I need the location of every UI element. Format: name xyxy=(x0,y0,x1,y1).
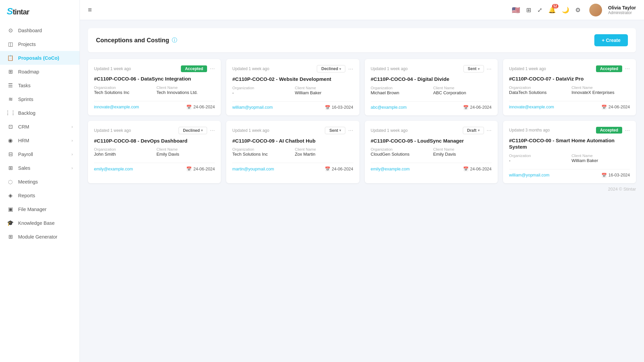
theme-icon[interactable]: 🌙 xyxy=(562,6,569,14)
nav-icon-projects: ◫ xyxy=(7,41,14,47)
language-flag[interactable]: 🇺🇸 xyxy=(512,6,520,14)
client-field: Client Name William Baker xyxy=(295,86,353,95)
card-more-menu[interactable]: ··· xyxy=(487,65,492,72)
card-email[interactable]: innovate@example.com xyxy=(94,105,139,109)
card-email[interactable]: william@yopmail.com xyxy=(509,173,549,177)
settings-icon[interactable]: ⚙ xyxy=(575,6,581,14)
sidebar-item-meetings[interactable]: ◌ Meetings xyxy=(0,175,80,189)
sidebar-item-projects[interactable]: ◫ Projects xyxy=(0,37,80,51)
sidebar-item-reports[interactable]: ◈ Reports xyxy=(0,189,80,202)
card-more-menu[interactable]: ··· xyxy=(210,127,215,134)
calendar-icon: 📅 xyxy=(186,105,192,110)
nav-label-crm: CRM xyxy=(18,124,29,130)
notification-icon[interactable]: 🔔 52 xyxy=(548,6,556,14)
sidebar-item-proposals[interactable]: 📋 Proposals (CoCo) xyxy=(0,51,80,65)
sidebar-item-dashboard[interactable]: ⊙ Dashboard xyxy=(0,23,80,37)
badge-dropdown[interactable]: ▾ xyxy=(339,128,341,132)
sidebar-item-crm[interactable]: ⊡ CRM › xyxy=(0,120,80,134)
card-date-row: 📅 16-03-2024 xyxy=(325,105,353,110)
nav-label-backlog: Backlog xyxy=(18,110,36,116)
card-date: 24-06-2024 xyxy=(332,167,353,171)
card-email[interactable]: martin@youpmail.com xyxy=(232,167,274,171)
sidebar-item-sprints[interactable]: ≋ Sprints xyxy=(0,92,80,106)
card-email[interactable]: abc@example.com xyxy=(371,105,407,110)
calendar-icon: 📅 xyxy=(186,166,192,171)
header-actions: 🇺🇸 ⊞ ⤢ 🔔 52 🌙 ⚙ Olivia Taylor Administra… xyxy=(512,4,636,16)
calendar-icon: 📅 xyxy=(463,166,468,171)
nav-label-meetings: Meetings xyxy=(18,179,38,185)
nav-label-hrm: HRM xyxy=(18,138,29,143)
card-email[interactable]: emily@example.com xyxy=(371,167,410,171)
nav-icon-roadmap: ⊞ xyxy=(7,68,14,75)
fullscreen-icon[interactable]: ⤢ xyxy=(537,6,542,14)
client-field: Client Name Tech Innovations Ltd. xyxy=(156,86,215,95)
apps-icon[interactable]: ⊞ xyxy=(526,6,531,14)
status-badge[interactable]: Declined▾ xyxy=(317,65,345,72)
proposal-card-card-6[interactable]: Updated 1 week ago Sent▾ ··· #C110P-COCO… xyxy=(226,121,359,183)
proposal-card-card-4[interactable]: Updated 1 week ago Accepted ··· #C110P-C… xyxy=(503,59,636,115)
card-email[interactable]: william@yopmail.com xyxy=(232,105,273,110)
card-fields: Organization - Client Name William Baker xyxy=(509,154,630,163)
badge-dropdown[interactable]: ▾ xyxy=(478,67,480,71)
status-badge[interactable]: Sent▾ xyxy=(463,65,484,72)
proposal-card-card-2[interactable]: Updated 1 week ago Declined▾ ··· #C110P-… xyxy=(226,59,359,115)
sidebar-item-backlog[interactable]: ⋮⋮ Backlog xyxy=(0,106,80,120)
sidebar-item-hrm[interactable]: ◉ HRM › xyxy=(0,134,80,147)
status-badge[interactable]: Accepted xyxy=(596,65,622,72)
card-footer: william@yopmail.com 📅 16-03-2024 xyxy=(509,169,630,178)
sidebar-item-module-generator[interactable]: ⊞ Module Generator xyxy=(0,230,80,244)
client-value: Emily Davis xyxy=(156,152,215,157)
proposal-card-card-5[interactable]: Updated 1 week ago Declined▾ ··· #C110P-… xyxy=(88,121,221,183)
proposal-card-card-8[interactable]: Updated 3 months ago Accepted ··· #C110P… xyxy=(503,121,636,183)
card-header: Updated 1 week ago Declined▾ ··· xyxy=(232,65,353,72)
card-header: Updated 1 week ago Sent▾ ··· xyxy=(232,127,353,134)
sidebar-item-payroll[interactable]: ⊟ Payroll › xyxy=(0,147,80,161)
proposal-card-card-3[interactable]: Updated 1 week ago Sent▾ ··· #C110P-COCO… xyxy=(365,59,498,115)
main-area: ≡ 🇺🇸 ⊞ ⤢ 🔔 52 🌙 ⚙ Olivia Taylor Administ… xyxy=(80,0,644,362)
logo: Stintar xyxy=(7,6,29,17)
proposal-card-card-1[interactable]: Updated 1 week ago Accepted ··· #C110P-C… xyxy=(88,59,221,115)
sidebar-item-tasks[interactable]: ☰ Tasks xyxy=(0,79,80,92)
card-fields: Organization John Smith Client Name Emil… xyxy=(94,147,215,157)
badge-dropdown[interactable]: ▾ xyxy=(201,128,203,132)
badge-dropdown[interactable]: ▾ xyxy=(478,128,480,132)
card-date: 24-06-2024 xyxy=(608,105,630,109)
sidebar-item-sales[interactable]: ⊞ Sales › xyxy=(0,161,80,175)
card-fields: Organization Tech Solutions Inc Client N… xyxy=(94,86,215,95)
card-more-menu[interactable]: ··· xyxy=(487,127,492,134)
card-more-menu[interactable]: ··· xyxy=(348,65,353,72)
proposal-card-card-7[interactable]: Updated 1 week ago Draft▾ ··· #C110P-COC… xyxy=(365,121,498,183)
calendar-icon: 📅 xyxy=(601,105,607,110)
card-email[interactable]: innovate@example.com xyxy=(509,105,554,109)
card-more-menu[interactable]: ··· xyxy=(348,127,353,134)
user-profile[interactable]: Olivia Taylor Administrator xyxy=(589,4,636,16)
cards-grid: Updated 1 week ago Accepted ··· #C110P-C… xyxy=(88,59,636,183)
status-badge[interactable]: Draft▾ xyxy=(463,127,484,134)
card-email[interactable]: emily@example.com xyxy=(94,167,133,171)
user-info: Olivia Taylor Administrator xyxy=(608,5,636,15)
client-field: Client Name Emily Davis xyxy=(433,147,492,157)
nav-icon-meetings: ◌ xyxy=(7,178,14,185)
create-button[interactable]: + Create xyxy=(594,34,628,46)
sidebar-item-file-manager[interactable]: ▣ File Manager xyxy=(0,202,80,216)
card-footer: emily@example.com 📅 24-06-2024 xyxy=(94,163,215,171)
calendar-icon: 📅 xyxy=(463,105,468,110)
sidebar-item-knowledge-base[interactable]: 🎓 Knowledge Base xyxy=(0,216,80,230)
card-more-menu[interactable]: ··· xyxy=(625,65,630,72)
card-status-row: Accepted ··· xyxy=(181,65,215,72)
info-icon[interactable]: ⓘ xyxy=(172,37,177,44)
sidebar-item-roadmap[interactable]: ⊞ Roadmap xyxy=(0,65,80,79)
badge-dropdown[interactable]: ▾ xyxy=(339,67,341,71)
status-badge[interactable]: Sent▾ xyxy=(325,127,345,134)
client-value: William Baker xyxy=(295,90,353,95)
card-more-menu[interactable]: ··· xyxy=(210,65,215,72)
menu-icon[interactable]: ≡ xyxy=(88,6,92,14)
status-badge[interactable]: Declined▾ xyxy=(179,127,207,134)
org-label: Organization xyxy=(371,147,429,151)
status-badge[interactable]: Accepted xyxy=(181,65,207,72)
card-more-menu[interactable]: ··· xyxy=(625,127,630,134)
card-status-row: Sent▾ ··· xyxy=(463,65,492,72)
client-value: Emily Davis xyxy=(433,152,492,157)
user-name: Olivia Taylor xyxy=(608,5,636,10)
status-badge[interactable]: Accepted xyxy=(596,127,622,134)
